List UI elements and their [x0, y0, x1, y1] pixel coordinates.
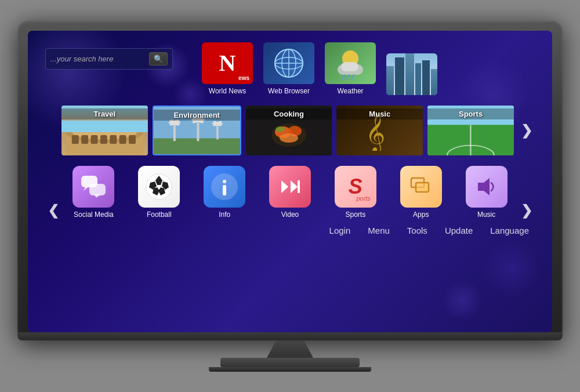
svg-point-28: [168, 121, 181, 124]
svg-rect-17: [91, 135, 98, 144]
svg-rect-49: [89, 184, 106, 195]
svg-line-11: [351, 75, 354, 79]
nav-arrow-left-bottom[interactable]: ❮: [45, 202, 61, 219]
channel-label-travel: Travel: [61, 108, 148, 119]
app-label-football: Football: [147, 210, 172, 219]
weather-icon: [332, 46, 369, 81]
app-label-sports: Sports: [346, 210, 366, 219]
app-icon-social-media[interactable]: Social Media: [64, 166, 124, 219]
chat-bubbles-icon: [79, 173, 108, 200]
nav-tools[interactable]: Tools: [407, 226, 427, 235]
svg-point-41: [276, 126, 285, 132]
tv-neck: [267, 340, 313, 358]
nav-language[interactable]: Language: [490, 226, 529, 235]
svg-rect-29: [197, 120, 199, 141]
app-label-web-browser: Web Browser: [268, 87, 310, 95]
svg-rect-33: [216, 124, 218, 139]
channel-travel[interactable]: Travel: [61, 106, 148, 155]
svg-point-40: [280, 133, 298, 143]
svg-rect-25: [173, 122, 176, 141]
app-icon-web-browser[interactable]: Web Browser: [263, 42, 314, 95]
search-area: ...your search here 🔍: [45, 42, 184, 70]
apps-grid-icon: [408, 173, 434, 200]
top-apps-row: N ews World News: [184, 42, 535, 95]
svg-rect-59: [223, 185, 226, 195]
svg-point-5: [275, 49, 303, 77]
svg-marker-65: [478, 178, 490, 195]
svg-marker-61: [291, 180, 298, 193]
app-icon-football[interactable]: Football: [129, 166, 189, 219]
top-row: ...your search here 🔍 N ews World News: [45, 42, 535, 95]
svg-rect-15: [72, 135, 79, 144]
channels-row: Travel: [45, 106, 535, 155]
svg-rect-62: [298, 180, 300, 193]
nav-arrow-right-bottom[interactable]: ❯: [519, 202, 535, 219]
info-icon: [210, 172, 239, 201]
bottom-apps-row: Social Media: [64, 166, 516, 219]
app-icon-info[interactable]: Info: [195, 166, 255, 219]
svg-rect-22: [61, 121, 148, 132]
channel-label-cooking: Cooking: [246, 108, 332, 119]
svg-rect-18: [100, 135, 107, 144]
app-label-social-media: Social Media: [74, 210, 114, 219]
video-forward-icon: [276, 172, 304, 201]
app-label-video: Video: [281, 210, 299, 219]
channel-cooking[interactable]: Cooking: [246, 106, 332, 155]
channel-label-music: Music: [336, 108, 423, 119]
app-label-apps: Apps: [413, 210, 429, 219]
app-label-weather: Weather: [337, 87, 363, 95]
channel-music[interactable]: 𝄞 Music: [336, 106, 423, 155]
bottom-row: ❮ Social Media: [45, 166, 535, 219]
search-button[interactable]: 🔍: [149, 52, 168, 66]
app-label-music-bottom: Music: [477, 210, 495, 219]
svg-rect-16: [81, 135, 88, 144]
svg-marker-50: [94, 194, 101, 198]
app-icon-music-bottom[interactable]: Music: [456, 166, 516, 219]
globe-icon: [273, 48, 304, 79]
svg-point-58: [223, 180, 226, 183]
app-icon-video[interactable]: Video: [260, 166, 320, 219]
svg-rect-64: [416, 183, 429, 192]
app-icon-weather[interactable]: Weather: [325, 42, 376, 95]
nav-arrow-right-mid[interactable]: ❯: [519, 106, 535, 155]
svg-rect-21: [129, 135, 136, 144]
bottom-nav: Login Menu Tools Update Language: [45, 219, 535, 240]
app-label-info: Info: [219, 210, 230, 219]
svg-rect-20: [119, 135, 126, 144]
search-placeholder: ...your search here: [50, 55, 146, 63]
football-icon: [144, 172, 173, 201]
tv-outer: ...your search here 🔍 N ews World News: [17, 20, 563, 340]
app-icon-world-news[interactable]: N ews World News: [202, 42, 253, 95]
app-icon-city[interactable]: [386, 53, 437, 95]
channel-environment[interactable]: Environment: [153, 106, 241, 155]
svg-point-36: [212, 122, 223, 125]
app-label-world-news: World News: [209, 87, 246, 95]
svg-line-9: [342, 75, 345, 79]
svg-rect-8: [341, 62, 358, 71]
tv-base: [220, 358, 360, 367]
tv-base-bottom: [209, 367, 371, 372]
svg-marker-60: [281, 180, 288, 193]
nav-login[interactable]: Login: [329, 226, 351, 235]
nav-update[interactable]: Update: [445, 226, 473, 235]
tv-screen: ...your search here 🔍 N ews World News: [28, 31, 552, 332]
channel-sports-mid[interactable]: Sports: [427, 106, 514, 155]
speaker-icon: [472, 172, 501, 201]
channel-label-environment: Environment: [154, 110, 240, 121]
search-box[interactable]: ...your search here 🔍: [45, 48, 173, 70]
nav-menu[interactable]: Menu: [368, 226, 390, 235]
svg-line-10: [347, 75, 349, 79]
tv-container: ...your search here 🔍 N ews World News: [17, 20, 563, 372]
svg-rect-19: [110, 135, 117, 144]
app-icon-apps[interactable]: Apps: [391, 166, 451, 219]
app-icon-sports[interactable]: S ports Sports: [325, 166, 385, 219]
channel-label-sports-mid: Sports: [427, 108, 514, 119]
